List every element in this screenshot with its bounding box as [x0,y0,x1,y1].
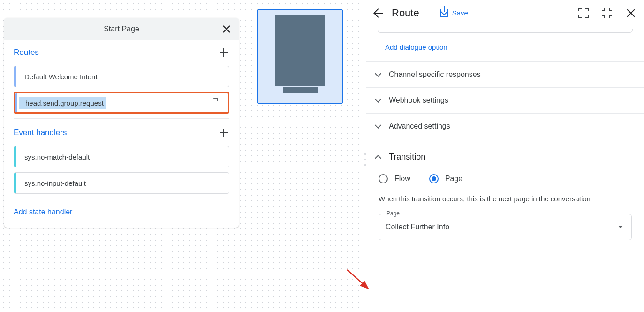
radio-icon [379,174,388,183]
radio-icon [429,174,439,183]
section-label: Channel specific responses [389,70,481,79]
route-item[interactable]: Default Welcome Intent [14,66,229,87]
transition-page-select[interactable]: Page Collect Further Info [379,214,632,240]
radio-page-label: Page [445,175,462,183]
flow-node-foot [283,87,318,93]
transition-title: Transition [389,152,425,162]
close-icon[interactable] [220,23,233,36]
back-arrow-icon[interactable] [374,8,385,19]
flow-canvas[interactable]: Start Page Routes Default Welcome Intent… [0,0,366,312]
transition-description: When this transition occurs, this is the… [376,192,635,214]
side-panel-body: Add dialogue option Channel specific res… [366,29,644,254]
chevron-down-icon [375,70,381,77]
chevron-down-icon [375,96,381,103]
fullscreen-icon[interactable] [578,8,589,18]
add-event-handler-button[interactable] [218,127,229,138]
start-page-panel: Start Page Routes Default Welcome Intent… [4,18,239,228]
channel-responses-section[interactable]: Channel specific responses [366,61,644,87]
route-label: head.send.group.request [25,99,104,107]
close-panel-icon[interactable] [625,8,636,19]
start-page-title: Start Page [104,25,139,33]
panel-title: Route [392,7,419,19]
section-label: Advanced settings [389,122,450,130]
radio-page[interactable]: Page [429,174,462,183]
routes-section-header: Routes [4,40,239,61]
add-state-handler-link[interactable]: Add state handler [4,198,239,228]
transition-section: Transition Flow Page When this transitio… [366,139,644,245]
chevron-down-icon [375,122,381,129]
add-dialogue-option-link[interactable]: Add dialogue option [366,33,644,61]
event-handlers-section-header: Event handlers [4,121,239,141]
radio-flow[interactable]: Flow [379,174,410,183]
save-button[interactable]: Save [440,9,468,17]
add-route-button[interactable] [218,47,229,58]
divider [14,118,229,119]
chevron-up-icon [375,154,381,161]
event-handler-item[interactable]: sys.no-match-default [14,146,229,167]
transition-target-radio-group: Flow Page [376,168,635,192]
flow-node-body [275,15,325,86]
route-label: Default Welcome Intent [16,73,98,81]
previous-card-edge [378,29,633,33]
select-value: Collect Further Info [386,223,449,231]
fullscreen-exit-icon[interactable] [602,8,612,18]
route-side-panel: Route Save Add dialogue option Channel s… [366,0,644,312]
dropdown-caret-icon [618,226,623,228]
side-panel-header: Route Save [366,0,644,26]
flow-node[interactable] [257,9,343,104]
event-handler-label: sys.no-input-default [16,179,86,187]
transition-header[interactable]: Transition [376,144,635,168]
webhook-settings-section[interactable]: Webhook settings [366,87,644,113]
event-handlers-label[interactable]: Event handlers [14,128,67,137]
route-item-selected[interactable]: head.send.group.request [14,92,229,114]
select-floating-label: Page [384,210,402,217]
route-accent [15,93,17,112]
save-icon [440,9,448,17]
advanced-settings-section[interactable]: Advanced settings [366,113,644,139]
radio-flow-label: Flow [394,175,410,183]
event-handler-label: sys.no-match-default [16,153,90,161]
page-icon [213,98,220,107]
start-page-header: Start Page [4,18,239,40]
event-handler-item[interactable]: sys.no-input-default [14,172,229,194]
section-label: Webhook settings [389,96,448,105]
routes-label[interactable]: Routes [14,48,39,57]
save-label: Save [452,9,468,17]
